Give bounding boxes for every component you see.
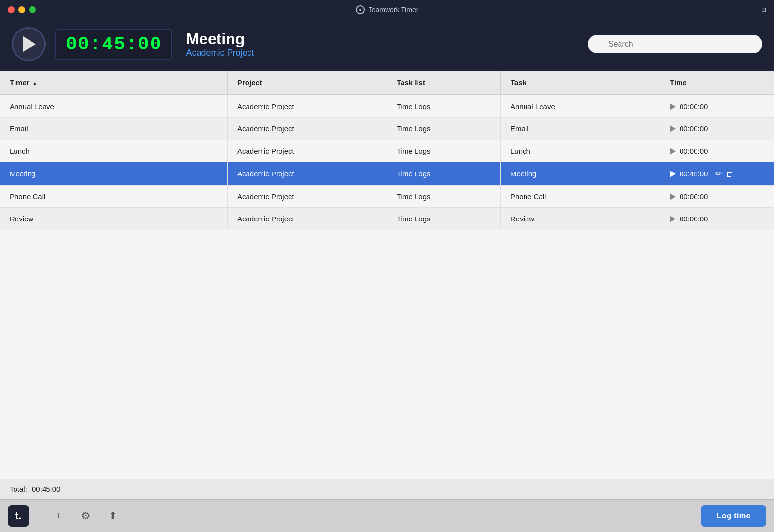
col-header-time[interactable]: Time: [660, 71, 774, 94]
maximize-button[interactable]: [29, 6, 36, 13]
cell-timer: Email: [0, 118, 228, 140]
time-value: 00:00:00: [680, 215, 708, 223]
cell-time: 00:45:00 ✏ 🗑: [660, 162, 774, 185]
row-play-icon[interactable]: [670, 103, 676, 110]
play-button[interactable]: [12, 27, 46, 61]
edit-button[interactable]: ✏: [715, 169, 722, 178]
cell-time: 00:00:00: [660, 208, 774, 230]
cell-timer: Lunch: [0, 140, 228, 162]
current-project-name: Academic Project: [186, 48, 254, 58]
cell-task: Lunch: [501, 140, 660, 162]
time-value: 00:00:00: [680, 147, 708, 155]
cell-project: Academic Project: [228, 208, 387, 230]
row-play-icon[interactable]: [670, 125, 676, 132]
cell-time: 00:00:00: [660, 140, 774, 162]
row-play-icon[interactable]: [670, 216, 676, 222]
total-label: Total:: [10, 485, 27, 493]
play-icon: [23, 36, 36, 52]
row-actions: ✏ 🗑: [715, 169, 733, 178]
settings-button[interactable]: ⚙: [76, 506, 95, 526]
timer-display: 00:45:00: [55, 29, 172, 60]
cell-timer: Review: [0, 208, 228, 230]
col-header-project[interactable]: Project: [228, 71, 387, 94]
time-value: 00:45:00: [680, 170, 708, 178]
import-button[interactable]: ⬆: [103, 506, 123, 526]
search-wrapper: 🔍: [588, 35, 762, 53]
timer-icon: [356, 5, 365, 14]
cell-tasklist: Time Logs: [387, 162, 501, 185]
cell-time: 00:00:00: [660, 118, 774, 140]
cell-timer: Annual Leave: [0, 95, 228, 117]
app-title: Teamwork Timer: [356, 5, 418, 14]
app-icon: t.: [8, 505, 29, 527]
toolbar-separator: [39, 507, 39, 525]
cell-task: Review: [501, 208, 660, 230]
log-time-button[interactable]: Log time: [701, 505, 766, 527]
time-value: 00:00:00: [680, 102, 708, 110]
header-info: Meeting Academic Project: [186, 30, 254, 58]
add-button[interactable]: +: [49, 506, 68, 526]
current-task-name: Meeting: [186, 30, 254, 48]
cell-time: 00:00:00: [660, 186, 774, 207]
cell-tasklist: Time Logs: [387, 140, 501, 162]
cell-timer: Phone Call: [0, 186, 228, 207]
table-row[interactable]: Review Academic Project Time Logs Review…: [0, 208, 774, 230]
delete-button[interactable]: 🗑: [726, 170, 733, 178]
table-body: Annual Leave Academic Project Time Logs …: [0, 95, 774, 479]
cell-project: Academic Project: [228, 95, 387, 117]
header: 00:45:00 Meeting Academic Project 🔍: [0, 19, 774, 71]
table-row-selected[interactable]: Meeting Academic Project Time Logs Meeti…: [0, 162, 774, 186]
cell-tasklist: Time Logs: [387, 95, 501, 117]
table-row[interactable]: Phone Call Academic Project Time Logs Ph…: [0, 186, 774, 208]
minimize-button[interactable]: [18, 6, 25, 13]
cell-task: Annual Leave: [501, 95, 660, 117]
cell-project: Academic Project: [228, 140, 387, 162]
sort-arrow-icon: ▲: [32, 80, 38, 86]
time-value: 00:00:00: [680, 125, 708, 133]
search-input[interactable]: [588, 35, 762, 53]
window-controls: [8, 6, 36, 13]
header-left: 00:45:00 Meeting Academic Project: [12, 27, 254, 61]
col-header-tasklist[interactable]: Task list: [387, 71, 501, 94]
row-play-icon[interactable]: [670, 193, 676, 200]
cell-tasklist: Time Logs: [387, 208, 501, 230]
title-bar: Teamwork Timer ⊡: [0, 0, 774, 19]
cell-project: Academic Project: [228, 162, 387, 185]
cell-tasklist: Time Logs: [387, 186, 501, 207]
table-row[interactable]: Annual Leave Academic Project Time Logs …: [0, 95, 774, 118]
cell-project: Academic Project: [228, 186, 387, 207]
footer-total: Total: 00:45:00: [0, 479, 774, 499]
cell-task: Phone Call: [501, 186, 660, 207]
table-row[interactable]: Email Academic Project Time Logs Email 0…: [0, 118, 774, 140]
time-value: 00:00:00: [680, 192, 708, 201]
resize-icon: ⊡: [761, 6, 766, 13]
cell-time: 00:00:00: [660, 95, 774, 117]
cell-project: Academic Project: [228, 118, 387, 140]
col-header-task[interactable]: Task: [501, 71, 660, 94]
cell-task: Meeting: [501, 162, 660, 185]
bottom-toolbar: t. + ⚙ ⬆ Log time: [0, 499, 774, 532]
cell-tasklist: Time Logs: [387, 118, 501, 140]
table-container: Timer ▲ Project Task list Task Time Annu…: [0, 71, 774, 479]
col-header-timer[interactable]: Timer ▲: [0, 71, 228, 94]
cell-timer: Meeting: [0, 162, 228, 185]
row-play-icon[interactable]: [670, 171, 676, 177]
table-header: Timer ▲ Project Task list Task Time: [0, 71, 774, 95]
table-row[interactable]: Lunch Academic Project Time Logs Lunch 0…: [0, 140, 774, 162]
row-play-icon[interactable]: [670, 148, 676, 155]
close-button[interactable]: [8, 6, 15, 13]
total-time: 00:45:00: [32, 485, 60, 493]
cell-task: Email: [501, 118, 660, 140]
